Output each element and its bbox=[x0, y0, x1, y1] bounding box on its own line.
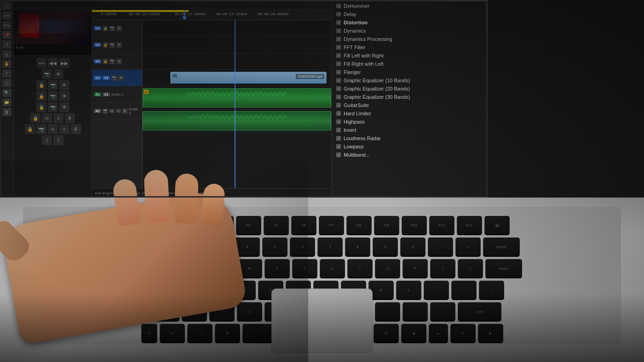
key-w[interactable]: W bbox=[182, 259, 207, 278]
effect-item-highpass[interactable]: Highpass bbox=[332, 118, 488, 126]
tool-folder[interactable]: 📁 bbox=[2, 98, 12, 107]
tool-btn-lock-a1[interactable]: 🔒 bbox=[30, 113, 40, 123]
effect-item-lowpass[interactable]: Lowpass bbox=[332, 142, 488, 151]
audio-clip-a1[interactable]: p bbox=[143, 88, 331, 107]
effect-item-dynamics-processing[interactable]: Dynamics Processing bbox=[332, 35, 488, 43]
key-power[interactable]: ⏻ bbox=[484, 216, 510, 235]
key-equal[interactable]: = bbox=[455, 238, 481, 257]
effect-checkbox-dynamics[interactable] bbox=[336, 28, 341, 33]
key-cmd-right[interactable]: ⌘ bbox=[374, 324, 399, 343]
effect-item-flanger[interactable]: Flanger bbox=[332, 68, 488, 76]
key-t[interactable]: T bbox=[264, 259, 290, 278]
tool-btn-camera[interactable]: 📷 bbox=[42, 69, 52, 79]
track-mute-a2[interactable]: M bbox=[109, 109, 115, 113]
effect-item-graphic-eq-10[interactable]: Graphic Equalizer (10 Bands) bbox=[332, 76, 488, 85]
key-f1[interactable]: F1 bbox=[153, 216, 178, 235]
key-l[interactable]: L bbox=[396, 281, 421, 300]
tool-nav2[interactable]: ⟺ bbox=[2, 21, 12, 29]
key-r[interactable]: R bbox=[237, 259, 262, 278]
effect-checkbox-hard-limiter[interactable] bbox=[336, 111, 341, 116]
key-enter[interactable]: return bbox=[485, 259, 522, 278]
key-y[interactable]: Y bbox=[292, 259, 317, 278]
tool-pin[interactable]: 📌 bbox=[2, 31, 12, 39]
effect-item-guitarsuite[interactable]: GuitarSuite bbox=[332, 101, 488, 109]
key-0[interactable]: 0 bbox=[400, 238, 426, 257]
tool-btn-lock-v3[interactable]: 🔒 bbox=[36, 102, 46, 112]
key-e[interactable]: E bbox=[209, 259, 235, 278]
tool-btn-camera5[interactable]: 📷 bbox=[36, 124, 46, 134]
key-z[interactable]: Z bbox=[182, 302, 207, 322]
tool-ripple[interactable]: ||| bbox=[2, 50, 12, 58]
key-f6[interactable]: F6 bbox=[291, 216, 316, 235]
key-tilde[interactable]: ~ bbox=[124, 238, 150, 257]
key-q[interactable]: Q bbox=[154, 259, 179, 278]
tool-btn-next[interactable]: ⟩ bbox=[53, 135, 63, 145]
effect-checkbox-graphic-eq-10[interactable] bbox=[336, 78, 341, 83]
effect-item-fft[interactable]: FFT Filter bbox=[332, 43, 488, 51]
track-lock-v4[interactable]: 🔒 bbox=[103, 26, 108, 31]
effect-checkbox-dynamics-processing[interactable] bbox=[336, 37, 341, 41]
effect-item-graphic-eq-20[interactable]: Graphic Equalizer (20 Bands) bbox=[332, 85, 488, 93]
key-i[interactable]: I bbox=[347, 259, 373, 278]
video-clip-v1[interactable]: VIDEO02S8.mp4 bbox=[170, 72, 327, 84]
effect-item-delay[interactable]: Delay bbox=[332, 10, 488, 18]
tool-btn-lock-a2[interactable]: 🔒 bbox=[25, 124, 35, 134]
tool-btn-nav-r[interactable]: ▶▶ bbox=[59, 58, 69, 68]
effect-item-multiband[interactable]: Multiband... bbox=[332, 151, 488, 159]
track-mic-a2[interactable]: 🎙 bbox=[122, 108, 127, 114]
key-f10[interactable]: F10 bbox=[402, 216, 427, 235]
effect-item-invert[interactable]: Invert bbox=[332, 126, 488, 134]
effect-checkbox-dehummer[interactable] bbox=[336, 4, 341, 8]
track-lock-v2[interactable]: 🔒 bbox=[103, 59, 108, 64]
key-bracket-r[interactable]: ] bbox=[458, 259, 483, 278]
key-arrow-left[interactable]: ◀ bbox=[401, 324, 426, 343]
tool-btn-eye4[interactable]: 👁 bbox=[59, 102, 69, 112]
key-ctrl[interactable]: ctrl bbox=[160, 324, 185, 343]
track-eye-v1[interactable]: 👁 bbox=[118, 75, 124, 81]
key-u[interactable]: U bbox=[320, 259, 345, 278]
key-esc[interactable]: esc bbox=[135, 216, 151, 235]
key-delete[interactable]: delete bbox=[483, 238, 520, 257]
key-c[interactable]: C bbox=[237, 302, 262, 322]
key-backslash[interactable]: \ bbox=[479, 281, 504, 300]
effect-item-loudness-radar[interactable]: Loudness Radar bbox=[332, 134, 488, 142]
track-lock-v3[interactable]: 🔒 bbox=[103, 42, 108, 48]
key-arrow-down[interactable]: ▼ bbox=[450, 324, 476, 343]
track-solo-a2[interactable]: S bbox=[116, 109, 121, 113]
key-3[interactable]: 3 bbox=[207, 238, 232, 257]
tool-bin[interactable]: 🗑 bbox=[2, 108, 12, 116]
key-x[interactable]: X bbox=[209, 302, 235, 322]
key-period[interactable]: . bbox=[402, 302, 428, 322]
key-f11[interactable]: F11 bbox=[429, 216, 454, 235]
key-d[interactable]: D bbox=[230, 281, 256, 300]
effect-item-hard-limiter[interactable]: Hard Limiter bbox=[332, 109, 488, 118]
key-p[interactable]: P bbox=[402, 259, 428, 278]
tool-shape[interactable]: ◻ bbox=[2, 79, 12, 87]
key-f5[interactable]: F5 bbox=[264, 216, 289, 235]
effect-checkbox-guitarsuite[interactable] bbox=[336, 103, 341, 107]
key-9[interactable]: 9 bbox=[373, 238, 398, 257]
effect-checkbox-highpass[interactable] bbox=[336, 119, 341, 124]
key-bracket-l[interactable]: [ bbox=[430, 259, 455, 278]
trackpad[interactable] bbox=[271, 288, 373, 353]
key-2[interactable]: 2 bbox=[179, 238, 205, 257]
audio-clip-a2[interactable] bbox=[143, 111, 331, 130]
effect-checkbox-fill-left[interactable] bbox=[336, 53, 341, 58]
key-1[interactable]: 1 bbox=[152, 238, 177, 257]
key-f4[interactable]: F4 bbox=[236, 216, 261, 235]
tool-select[interactable]: ↕ bbox=[2, 2, 12, 10]
effect-checkbox-distortion[interactable] bbox=[336, 20, 341, 25]
key-f12[interactable]: F12 bbox=[457, 216, 482, 235]
key-minus[interactable]: - bbox=[428, 238, 453, 257]
effect-checkbox-fill-right[interactable] bbox=[336, 62, 341, 66]
key-arrow-up[interactable]: ▲ bbox=[429, 324, 448, 343]
tool-btn-eye3[interactable]: 👁 bbox=[59, 91, 69, 101]
effect-checkbox-invert[interactable] bbox=[336, 128, 341, 132]
track-eye-v4[interactable]: 👁 bbox=[116, 26, 122, 31]
effect-item-fill-left[interactable]: Fill Left with Right bbox=[332, 51, 488, 60]
tool-cursor[interactable]: ↗ bbox=[2, 40, 12, 49]
tool-btn-m1[interactable]: M bbox=[42, 113, 52, 123]
tool-btn-camera2[interactable]: 📷 bbox=[48, 80, 58, 90]
effect-checkbox-lowpass[interactable] bbox=[336, 144, 341, 149]
key-fn[interactable]: fn bbox=[141, 324, 157, 343]
